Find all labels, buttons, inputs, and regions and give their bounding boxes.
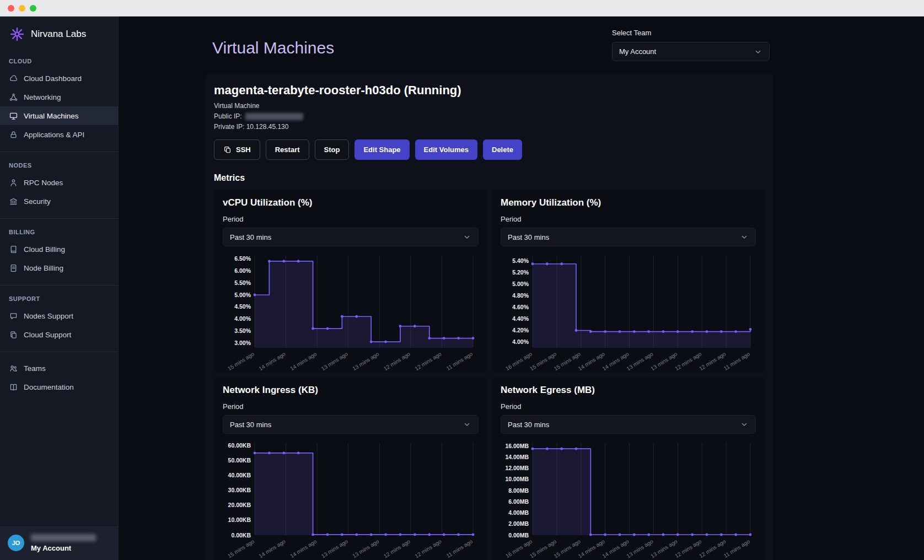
svg-text:6.00MB: 6.00MB xyxy=(508,498,529,505)
page-title: Virtual Machines xyxy=(212,39,334,57)
svg-text:4.00MB: 4.00MB xyxy=(508,509,529,516)
svg-text:15 mins ago: 15 mins ago xyxy=(529,351,557,371)
ssh-button-label: SSH xyxy=(236,146,251,154)
svg-text:14 mins ago: 14 mins ago xyxy=(258,351,287,371)
person-icon xyxy=(9,178,18,187)
svg-text:30.00KB: 30.00KB xyxy=(228,487,251,493)
sidebar-item-teams[interactable]: Teams xyxy=(0,359,118,378)
sidebar-item-virtual-machines[interactable]: Virtual Machines xyxy=(0,106,118,125)
vcpu-utilization-chart: 6.50%6.00%5.50%5.00%4.50%4.00%3.50%3.00%… xyxy=(223,252,479,380)
svg-text:14 mins ago: 14 mins ago xyxy=(601,538,630,559)
svg-text:40.00KB: 40.00KB xyxy=(228,472,251,478)
zoom-window-button[interactable] xyxy=(30,5,36,12)
svg-text:14 mins ago: 14 mins ago xyxy=(289,538,318,559)
period-select[interactable]: Past 30 mins xyxy=(223,415,479,434)
network-ingress-chart: 60.00KB50.00KB40.00KB30.00KB20.00KB10.00… xyxy=(223,439,479,560)
svg-text:12 mins ago: 12 mins ago xyxy=(383,538,411,559)
sidebar-item-cloud-billing[interactable]: Cloud Billing xyxy=(0,240,118,259)
svg-text:11 mins ago: 11 mins ago xyxy=(723,351,751,371)
chevron-down-icon xyxy=(740,420,749,429)
period-label: Period xyxy=(501,215,756,223)
svg-text:0.00KB: 0.00KB xyxy=(231,532,251,539)
svg-text:13 mins ago: 13 mins ago xyxy=(625,538,654,559)
team-select-value: My Account xyxy=(619,47,656,56)
user-account-footer[interactable]: JO My Account xyxy=(0,526,118,560)
sidebar-item-nodes-support[interactable]: Nodes Support xyxy=(0,306,118,325)
lock-icon xyxy=(9,130,18,139)
sidebar-item-rpc-nodes[interactable]: RPC Nodes xyxy=(0,173,118,192)
restart-button-label: Restart xyxy=(275,146,300,154)
sidebar-nav: CLOUD Cloud Dashboard Networking Virtual… xyxy=(0,48,118,526)
svg-text:4.80%: 4.80% xyxy=(512,292,529,299)
sidebar-item-node-billing[interactable]: Node Billing xyxy=(0,259,118,277)
sidebar-item-label: Applications & API xyxy=(24,131,84,139)
memory-utilization-chart: 5.40%5.20%5.00%4.80%4.60%4.40%4.20%4.00%… xyxy=(501,252,756,380)
period-select[interactable]: Past 30 mins xyxy=(501,415,756,434)
restart-button[interactable]: Restart xyxy=(266,139,309,160)
sidebar-item-cloud-dashboard[interactable]: Cloud Dashboard xyxy=(0,69,118,88)
users-icon xyxy=(9,364,18,373)
delete-button[interactable]: Delete xyxy=(483,139,522,160)
edit-shape-button[interactable]: Edit Shape xyxy=(354,139,409,160)
sidebar-item-applications-api[interactable]: Applications & API xyxy=(0,125,118,144)
svg-text:2.00MB: 2.00MB xyxy=(508,520,529,527)
sidebar-item-label: Networking xyxy=(24,93,61,101)
metrics-heading: Metrics xyxy=(214,173,765,183)
select-team-label: Select Team xyxy=(612,29,770,37)
vm-type-label: Virtual Machine xyxy=(214,102,765,110)
svg-text:10.00MB: 10.00MB xyxy=(505,476,529,482)
svg-text:13 mins ago: 13 mins ago xyxy=(351,538,380,559)
svg-text:12 mins ago: 12 mins ago xyxy=(674,538,702,559)
sidebar-item-label: Security xyxy=(24,197,51,206)
metric-card-memory: Memory Utilization (%) Period Past 30 mi… xyxy=(492,190,765,373)
svg-text:14 mins ago: 14 mins ago xyxy=(601,351,630,371)
public-ip-label: Public IP: xyxy=(214,112,242,120)
stop-button[interactable]: Stop xyxy=(315,139,350,160)
redacted-username xyxy=(31,534,96,541)
close-window-button[interactable] xyxy=(8,5,14,12)
svg-text:4.20%: 4.20% xyxy=(512,327,529,333)
period-select[interactable]: Past 30 mins xyxy=(223,228,479,246)
account-label: My Account xyxy=(31,544,96,552)
svg-text:5.00%: 5.00% xyxy=(234,292,251,298)
svg-text:15 mins ago: 15 mins ago xyxy=(227,351,255,371)
period-select-value: Past 30 mins xyxy=(230,233,271,241)
team-select[interactable]: My Account xyxy=(612,42,770,61)
svg-text:8.00MB: 8.00MB xyxy=(508,487,529,494)
sidebar: Nirvana Labs CLOUD Cloud Dashboard Netwo… xyxy=(0,17,119,560)
copy-icon xyxy=(223,146,232,154)
sidebar-item-networking[interactable]: Networking xyxy=(0,88,118,106)
svg-text:16 mins ago: 16 mins ago xyxy=(504,351,533,371)
period-select-value: Past 30 mins xyxy=(508,233,549,241)
svg-text:12 mins ago: 12 mins ago xyxy=(674,351,702,371)
sidebar-item-documentation[interactable]: Documentation xyxy=(0,378,118,396)
section-label-billing: BILLING xyxy=(0,229,118,235)
svg-text:13 mins ago: 13 mins ago xyxy=(351,351,380,371)
svg-text:6.50%: 6.50% xyxy=(234,255,251,262)
svg-text:13 mins ago: 13 mins ago xyxy=(320,351,349,371)
private-ip-line: Private IP: 10.128.45.130 xyxy=(214,123,765,131)
brand-name: Nirvana Labs xyxy=(31,29,86,40)
svg-text:5.00%: 5.00% xyxy=(512,281,529,287)
edit-volumes-button[interactable]: Edit Volumes xyxy=(415,139,477,160)
svg-text:11 mins ago: 11 mins ago xyxy=(723,538,751,559)
section-label-nodes: NODES xyxy=(0,162,118,169)
svg-text:4.00%: 4.00% xyxy=(234,315,251,322)
sidebar-item-cloud-support[interactable]: Cloud Support xyxy=(0,325,118,344)
svg-text:11 mins ago: 11 mins ago xyxy=(445,538,474,559)
ssh-button[interactable]: SSH xyxy=(214,139,260,160)
svg-text:3.50%: 3.50% xyxy=(234,327,251,334)
period-select-value: Past 30 mins xyxy=(508,421,549,429)
sidebar-item-label: Cloud Support xyxy=(24,331,71,339)
svg-text:11 mins ago: 11 mins ago xyxy=(445,351,474,371)
minimize-window-button[interactable] xyxy=(19,5,25,12)
chat-icon xyxy=(9,311,18,321)
sidebar-item-security[interactable]: Security xyxy=(0,192,118,211)
main-content: Virtual Machines Select Team My Account … xyxy=(119,17,924,560)
sidebar-item-label: Teams xyxy=(24,364,46,373)
period-label: Period xyxy=(501,402,756,411)
svg-text:14 mins ago: 14 mins ago xyxy=(258,538,287,559)
period-select[interactable]: Past 30 mins xyxy=(501,228,756,246)
svg-text:12 mins ago: 12 mins ago xyxy=(698,538,727,559)
svg-text:6.00%: 6.00% xyxy=(234,267,251,274)
